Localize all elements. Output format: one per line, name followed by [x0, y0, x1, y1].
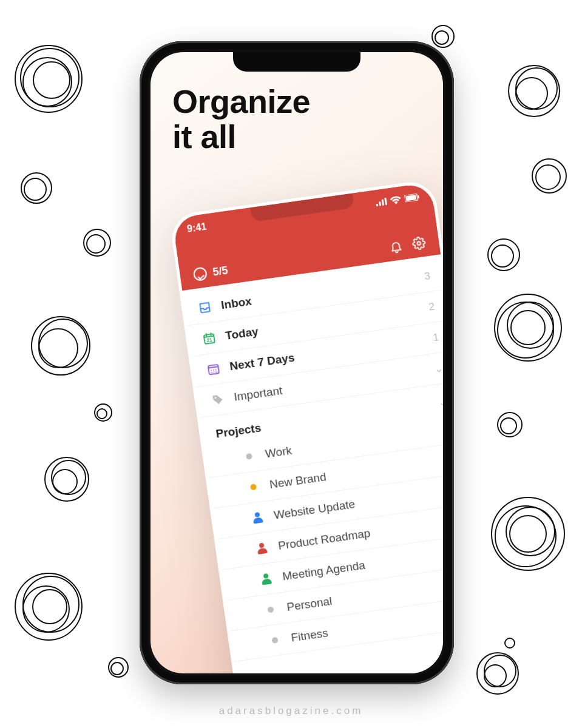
svg-rect-51 [418, 195, 419, 198]
svg-point-34 [501, 418, 516, 434]
svg-point-13 [45, 457, 89, 501]
svg-point-30 [498, 302, 553, 358]
svg-point-9 [39, 319, 87, 368]
svg-point-3 [33, 62, 70, 98]
calendar-icon: 21 [201, 331, 217, 346]
svg-point-39 [505, 638, 515, 648]
svg-point-18 [23, 586, 69, 632]
svg-point-16 [15, 573, 82, 640]
signal-icon [375, 198, 387, 206]
inner-app: 9:41 5/5 [169, 179, 443, 673]
svg-point-28 [492, 245, 513, 267]
watermark: adarasblogazine.com [0, 705, 582, 717]
headline: Organize it all [172, 84, 310, 155]
svg-point-35 [492, 497, 564, 570]
battery-icon [404, 193, 419, 202]
canvas: Organize it all 9:41 [0, 0, 582, 728]
bell-icon[interactable] [388, 239, 404, 254]
chevron-down-icon: ⌄ [438, 394, 443, 410]
filter-count: 1 [432, 331, 439, 344]
project-dot-icon [242, 449, 257, 464]
svg-point-4 [21, 173, 52, 203]
svg-point-2 [23, 58, 72, 106]
svg-rect-46 [379, 201, 381, 206]
svg-point-40 [477, 653, 518, 694]
svg-point-26 [516, 78, 547, 109]
svg-point-21 [111, 662, 123, 675]
svg-point-20 [109, 658, 128, 677]
svg-rect-55 [208, 365, 219, 375]
svg-rect-48 [384, 198, 387, 205]
headline-line-1: Organize [172, 83, 310, 120]
inner-app-wrap: 9:41 5/5 [169, 179, 443, 673]
svg-point-19 [33, 590, 67, 624]
project-dot-icon [246, 480, 261, 495]
svg-point-43 [532, 159, 566, 193]
svg-point-27 [488, 239, 519, 271]
svg-rect-45 [376, 204, 379, 206]
svg-point-44 [536, 165, 560, 189]
svg-point-12 [97, 409, 107, 419]
svg-point-11 [95, 404, 112, 421]
svg-point-58 [215, 369, 217, 370]
svg-point-56 [211, 369, 212, 371]
svg-point-17 [23, 576, 79, 632]
svg-point-15 [53, 470, 77, 494]
inbox-icon [197, 300, 212, 315]
svg-text:21: 21 [206, 337, 213, 343]
svg-point-52 [417, 241, 421, 245]
person-icon [254, 541, 269, 556]
wifi-icon [390, 195, 402, 204]
status-time: 9:41 [186, 221, 207, 235]
svg-point-14 [52, 460, 86, 494]
status-bar: 9:41 [186, 191, 420, 235]
svg-point-60 [214, 372, 215, 373]
phone-screen: Organize it all 9:41 [151, 52, 443, 673]
progress-indicator[interactable]: 5/5 [192, 263, 229, 281]
svg-rect-47 [382, 200, 384, 206]
svg-point-42 [484, 665, 506, 687]
progress-icon [192, 266, 208, 281]
svg-point-7 [87, 235, 105, 253]
person-icon [250, 510, 265, 525]
svg-point-6 [84, 229, 110, 256]
svg-point-10 [39, 329, 78, 368]
progress-label: 5/5 [212, 264, 229, 278]
person-icon [259, 571, 274, 587]
svg-point-32 [511, 311, 545, 345]
chevron-down-icon: ⌄ [433, 362, 443, 376]
projects-header-label: Projects [215, 421, 262, 440]
svg-rect-50 [405, 195, 416, 201]
svg-point-23 [435, 31, 448, 44]
project-dot-icon [263, 602, 279, 618]
gear-icon[interactable] [411, 236, 427, 251]
svg-point-38 [510, 516, 546, 552]
svg-point-36 [495, 506, 556, 567]
week-icon [206, 362, 221, 377]
svg-point-22 [432, 25, 454, 47]
filter-count: 3 [424, 270, 431, 283]
svg-point-29 [495, 294, 561, 361]
svg-point-41 [484, 655, 516, 687]
svg-point-5 [24, 178, 46, 200]
svg-point-1 [21, 49, 79, 107]
svg-point-61 [215, 371, 217, 372]
status-icons [375, 193, 419, 207]
svg-point-59 [211, 372, 212, 373]
svg-point-33 [498, 413, 522, 437]
nav-list: Inbox 3 21 Today 2 [182, 254, 443, 662]
project-dot-icon [268, 633, 283, 648]
svg-point-24 [509, 66, 560, 116]
filter-count: 2 [428, 301, 435, 314]
phone-frame: Organize it all 9:41 [140, 41, 454, 684]
svg-point-0 [15, 46, 82, 112]
svg-point-31 [507, 302, 553, 348]
tag-icon [210, 392, 225, 407]
headline-line-2: it all [172, 118, 236, 155]
svg-point-57 [213, 369, 214, 371]
svg-point-8 [32, 317, 90, 375]
svg-point-37 [506, 507, 555, 556]
outer-notch [233, 52, 360, 72]
svg-point-25 [516, 68, 557, 109]
